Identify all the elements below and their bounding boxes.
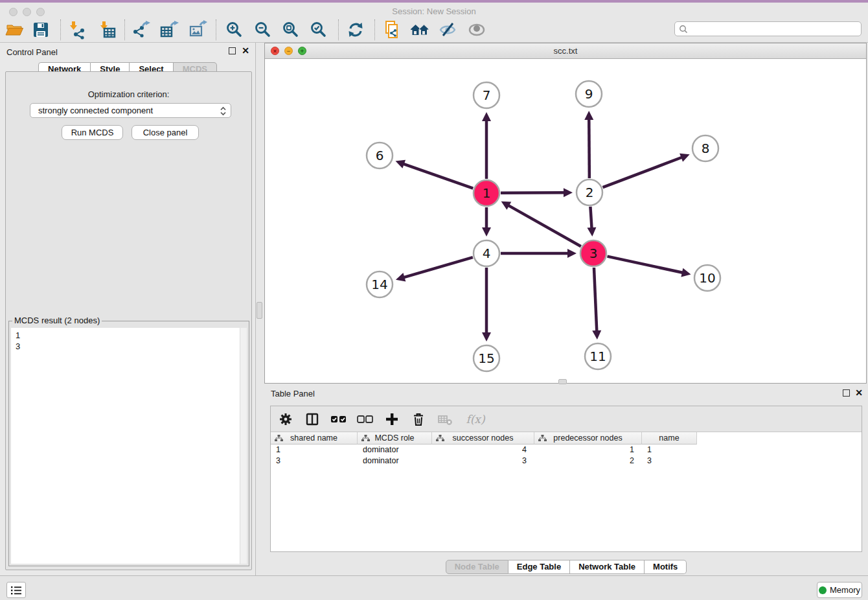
main-toolbar — [0, 17, 868, 43]
result-scrollbar[interactable] — [240, 328, 247, 564]
memory-label: Memory — [830, 585, 860, 595]
close-table-panel-icon[interactable]: ✕ — [855, 387, 863, 398]
show-columns-button[interactable] — [304, 411, 321, 428]
float-table-panel-icon[interactable] — [843, 389, 850, 397]
unchecked-boxes-icon — [357, 412, 374, 426]
graph-edge-arrowhead — [396, 273, 405, 281]
network-view-window: × − + scc.txt 1234678910111415 — [264, 43, 867, 384]
graph-node-label: 2 — [586, 185, 594, 200]
import-table-icon — [97, 20, 117, 40]
column-header-successor-nodes[interactable]: successor nodes — [432, 432, 534, 444]
graph-edge-3-1[interactable] — [508, 205, 581, 247]
table-panel-title: Table Panel — [271, 389, 315, 398]
task-history-button[interactable] — [6, 582, 26, 598]
tab-motifs[interactable]: Motifs — [645, 560, 687, 574]
save-session-button[interactable] — [30, 19, 52, 41]
tab-edge-table[interactable]: Edge Table — [508, 560, 570, 574]
graph-edge-arrowhead — [592, 330, 601, 340]
column-hierarchy-icon — [275, 435, 283, 442]
application-window: Session: New Session — [0, 0, 868, 600]
cell-mcds-role: dominator — [358, 456, 432, 467]
column-header-shared-name[interactable]: shared name — [271, 432, 358, 444]
graph-node-label: 6 — [376, 148, 384, 163]
network-graph[interactable]: 1234678910111415 — [265, 59, 866, 383]
network-canvas[interactable]: 1234678910111415 — [265, 59, 866, 383]
tab-node-table[interactable]: Node Table — [446, 560, 508, 574]
delete-table-icon — [437, 412, 453, 426]
vertical-splitter-handle[interactable] — [257, 302, 262, 319]
show-all-networks-button[interactable] — [409, 19, 431, 41]
column-label: predecessor nodes — [553, 433, 622, 443]
table-settings-button[interactable] — [277, 411, 294, 428]
column-header-predecessor-nodes[interactable]: predecessor nodes — [534, 432, 642, 444]
graph-edge-2-9[interactable] — [589, 119, 589, 178]
status-bar: Memory — [0, 575, 868, 600]
optimization-select-value: strongly connected component — [38, 106, 153, 115]
gear-icon — [279, 412, 293, 426]
graph-edge-3-11[interactable] — [594, 268, 597, 332]
graph-edge-2-3[interactable] — [590, 207, 591, 229]
node-table-container: f(x) shared name MCDS role successor — [270, 406, 862, 552]
graph-edge-4-14[interactable] — [403, 257, 472, 277]
graph-edge-arrowhead — [681, 268, 691, 277]
import-network-icon — [67, 20, 86, 40]
close-panel-button[interactable]: Close panel — [131, 125, 199, 140]
show-graphics-details-button[interactable] — [466, 19, 488, 41]
zoom-selected-button[interactable] — [308, 19, 330, 41]
cell-shared-name: 3 — [271, 456, 358, 467]
trash-icon — [411, 412, 426, 426]
function-builder-button-disabled[interactable]: f(x) — [463, 411, 488, 428]
table-row[interactable]: 3 dominator 3 2 3 — [271, 456, 862, 467]
import-network-button[interactable] — [65, 19, 87, 41]
search-field[interactable] — [674, 21, 862, 36]
select-all-button[interactable] — [330, 411, 347, 428]
tab-network-table[interactable]: Network Table — [570, 560, 645, 574]
fx-icon: f(x) — [466, 413, 485, 426]
export-network-icon — [131, 20, 151, 40]
graph-node-label: 3 — [589, 246, 598, 261]
export-table-button[interactable] — [158, 19, 180, 41]
graph-edge-1-2[interactable] — [501, 192, 565, 193]
cell-successor-nodes: 4 — [432, 444, 534, 456]
float-panel-icon[interactable] — [229, 47, 236, 54]
run-mcds-button[interactable]: Run MCDS — [62, 125, 123, 140]
delete-table-button-disabled[interactable] — [437, 411, 453, 428]
deselect-all-button[interactable] — [357, 411, 374, 428]
column-label: shared name — [290, 433, 337, 443]
delete-column-button[interactable] — [410, 411, 427, 428]
zoom-fit-button[interactable] — [280, 19, 302, 41]
houses-icon — [409, 20, 430, 40]
hide-graphics-details-button[interactable] — [437, 19, 459, 41]
cell-name: 1 — [642, 444, 697, 456]
zoom-out-button[interactable] — [252, 19, 274, 41]
memory-button[interactable]: Memory — [817, 582, 862, 598]
column-header-name[interactable]: name — [642, 432, 697, 444]
zoom-in-button[interactable] — [223, 19, 246, 41]
zoom-out-icon — [253, 20, 273, 40]
column-header-mcds-role[interactable]: MCDS role — [358, 432, 432, 444]
column-hierarchy-icon — [436, 435, 444, 442]
apply-layout-button[interactable] — [345, 19, 367, 41]
graph-edge-2-8[interactable] — [603, 157, 683, 187]
mcds-result-text: 1 3 — [11, 328, 240, 564]
table-row[interactable]: 1 dominator 4 1 1 — [271, 444, 862, 456]
add-column-button[interactable] — [383, 411, 400, 428]
export-table-icon — [159, 20, 179, 40]
optimization-select[interactable]: strongly connected component — [30, 103, 231, 118]
close-panel-icon[interactable]: ✕ — [242, 45, 249, 56]
export-image-button[interactable] — [187, 19, 209, 41]
cell-predecessor-nodes: 1 — [534, 444, 642, 456]
graph-node-label: 7 — [483, 87, 491, 103]
open-session-button[interactable] — [3, 19, 25, 41]
columns-icon — [305, 412, 319, 426]
graph-node-label: 15 — [478, 351, 494, 366]
search-input[interactable] — [688, 24, 857, 34]
network-window-titlebar[interactable]: × − + scc.txt — [265, 43, 866, 59]
clone-network-button[interactable] — [381, 19, 403, 41]
search-icon — [679, 25, 688, 34]
graph-edge-3-10[interactable] — [608, 257, 683, 273]
export-network-button[interactable] — [130, 19, 152, 41]
import-table-button[interactable] — [96, 19, 118, 41]
graph-edge-1-6[interactable] — [403, 164, 473, 189]
horizontal-splitter-handle[interactable] — [558, 379, 567, 384]
